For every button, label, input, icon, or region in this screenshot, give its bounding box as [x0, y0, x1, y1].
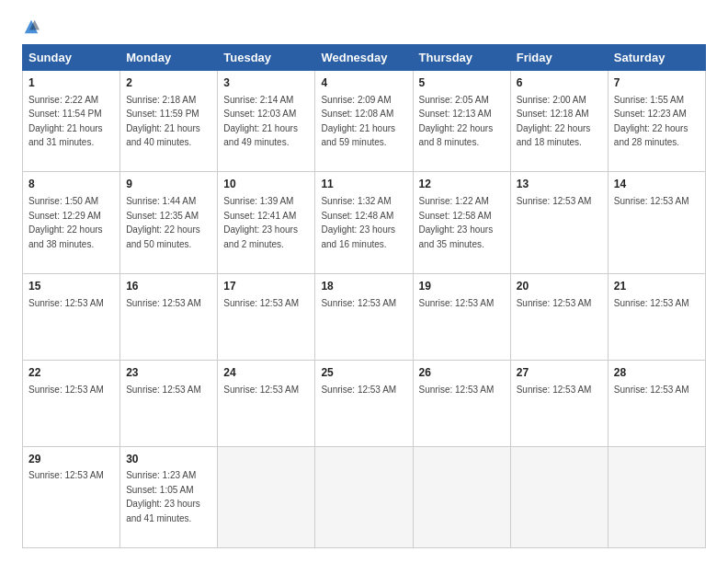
day-info: Sunrise: 1:39 AM Sunset: 12:41 AM Daylig… — [223, 196, 298, 249]
day-info: Sunrise: 12:53 AM — [419, 298, 495, 308]
day-cell: 12Sunrise: 1:22 AM Sunset: 12:58 AM Dayl… — [413, 172, 510, 273]
day-cell: 21Sunrise: 12:53 AM — [608, 273, 705, 360]
day-info: Sunrise: 12:53 AM — [321, 298, 396, 308]
day-number: 21 — [614, 279, 700, 294]
day-cell: 30Sunrise: 1:23 AM Sunset: 1:05 AM Dayli… — [120, 446, 218, 547]
day-number: 27 — [517, 365, 602, 381]
day-cell: 20Sunrise: 12:53 AM — [510, 273, 608, 360]
day-info: Sunrise: 12:53 AM — [223, 385, 299, 395]
day-number: 3 — [223, 75, 309, 91]
day-number: 29 — [28, 452, 114, 467]
day-cell: 4Sunrise: 2:09 AM Sunset: 12:08 AM Dayli… — [315, 71, 413, 172]
calendar: SundayMondayTuesdayWednesdayThursdayFrid… — [22, 44, 706, 548]
page: SundayMondayTuesdayWednesdayThursdayFrid… — [0, 0, 728, 563]
logo-line1 — [22, 18, 40, 35]
logo — [22, 18, 40, 35]
day-cell: 6Sunrise: 2:00 AM Sunset: 12:18 AM Dayli… — [510, 71, 608, 172]
weekday-header-friday: Friday — [510, 45, 608, 71]
day-cell — [315, 446, 413, 547]
day-number: 18 — [321, 279, 406, 294]
week-row-1: 1Sunrise: 2:22 AM Sunset: 11:54 PM Dayli… — [23, 71, 706, 172]
day-info: Sunrise: 1:22 AM Sunset: 12:58 AM Daylig… — [419, 196, 494, 249]
day-info: Sunrise: 12:53 AM — [517, 298, 592, 308]
day-number: 4 — [321, 75, 406, 91]
day-number: 22 — [28, 365, 114, 381]
day-cell: 17Sunrise: 12:53 AM — [218, 273, 315, 360]
day-info: Sunrise: 12:53 AM — [614, 298, 689, 308]
day-number: 1 — [28, 75, 114, 91]
day-info: Sunrise: 2:22 AM Sunset: 11:54 PM Daylig… — [28, 95, 103, 148]
day-number: 26 — [419, 365, 505, 381]
day-cell: 10Sunrise: 1:39 AM Sunset: 12:41 AM Dayl… — [218, 172, 315, 273]
day-info: Sunrise: 1:44 AM Sunset: 12:35 AM Daylig… — [126, 196, 200, 249]
day-number: 11 — [321, 177, 406, 192]
day-number: 17 — [223, 279, 309, 294]
day-info: Sunrise: 12:53 AM — [126, 298, 201, 308]
day-number: 10 — [223, 177, 309, 192]
day-number: 2 — [126, 75, 211, 91]
day-info: Sunrise: 2:18 AM Sunset: 11:59 PM Daylig… — [126, 95, 200, 148]
day-number: 15 — [28, 279, 114, 294]
day-cell: 24Sunrise: 12:53 AM — [218, 360, 315, 446]
day-cell — [413, 446, 510, 547]
day-number: 16 — [126, 279, 211, 294]
day-number: 13 — [517, 177, 602, 192]
day-number: 28 — [614, 365, 700, 381]
week-row-5: 29Sunrise: 12:53 AM30Sunrise: 1:23 AM Su… — [23, 446, 706, 547]
day-info: Sunrise: 2:14 AM Sunset: 12:03 AM Daylig… — [223, 95, 298, 148]
day-info: Sunrise: 12:53 AM — [28, 385, 104, 395]
day-info: Sunrise: 1:32 AM Sunset: 12:48 AM Daylig… — [321, 196, 395, 249]
day-info: Sunrise: 1:23 AM Sunset: 1:05 AM Dayligh… — [126, 470, 200, 523]
day-number: 19 — [419, 279, 505, 294]
day-info: Sunrise: 12:53 AM — [614, 196, 689, 206]
day-info: Sunrise: 12:53 AM — [614, 385, 689, 395]
day-number: 14 — [614, 177, 700, 192]
week-row-2: 8Sunrise: 1:50 AM Sunset: 12:29 AM Dayli… — [23, 172, 706, 273]
day-cell: 22Sunrise: 12:53 AM — [23, 360, 120, 446]
day-cell: 25Sunrise: 12:53 AM — [315, 360, 413, 446]
day-number: 24 — [223, 365, 309, 381]
weekday-header-tuesday: Tuesday — [218, 45, 315, 71]
day-cell: 29Sunrise: 12:53 AM — [23, 446, 120, 547]
day-info: Sunrise: 12:53 AM — [28, 298, 104, 308]
day-number: 23 — [126, 365, 211, 381]
weekday-header-thursday: Thursday — [413, 45, 510, 71]
day-cell: 3Sunrise: 2:14 AM Sunset: 12:03 AM Dayli… — [218, 71, 315, 172]
day-info: Sunrise: 12:53 AM — [126, 385, 201, 395]
day-info: Sunrise: 12:53 AM — [517, 196, 592, 206]
day-cell: 19Sunrise: 12:53 AM — [413, 273, 510, 360]
day-cell: 28Sunrise: 12:53 AM — [608, 360, 705, 446]
header-row — [22, 18, 706, 35]
day-cell — [510, 446, 608, 547]
day-cell: 8Sunrise: 1:50 AM Sunset: 12:29 AM Dayli… — [23, 172, 120, 273]
day-cell: 27Sunrise: 12:53 AM — [510, 360, 608, 446]
day-cell: 5Sunrise: 2:05 AM Sunset: 12:13 AM Dayli… — [413, 71, 510, 172]
day-info: Sunrise: 1:55 AM Sunset: 12:23 AM Daylig… — [614, 95, 688, 148]
day-cell: 2Sunrise: 2:18 AM Sunset: 11:59 PM Dayli… — [120, 71, 218, 172]
day-cell: 23Sunrise: 12:53 AM — [120, 360, 218, 446]
weekday-header-row: SundayMondayTuesdayWednesdayThursdayFrid… — [23, 45, 706, 71]
day-info: Sunrise: 12:53 AM — [223, 298, 299, 308]
day-number: 6 — [517, 75, 602, 91]
week-row-3: 15Sunrise: 12:53 AM16Sunrise: 12:53 AM17… — [23, 273, 706, 360]
day-cell: 15Sunrise: 12:53 AM — [23, 273, 120, 360]
day-number: 9 — [126, 177, 211, 192]
day-info: Sunrise: 1:50 AM Sunset: 12:29 AM Daylig… — [28, 196, 103, 249]
day-number: 8 — [28, 177, 114, 192]
day-cell: 1Sunrise: 2:22 AM Sunset: 11:54 PM Dayli… — [23, 71, 120, 172]
day-cell — [218, 446, 315, 547]
week-row-4: 22Sunrise: 12:53 AM23Sunrise: 12:53 AM24… — [23, 360, 706, 446]
day-info: Sunrise: 12:53 AM — [28, 470, 104, 480]
weekday-header-wednesday: Wednesday — [315, 45, 413, 71]
logo-icon — [23, 18, 40, 35]
day-number: 30 — [126, 452, 211, 467]
weekday-header-saturday: Saturday — [608, 45, 705, 71]
day-number: 5 — [419, 75, 505, 91]
day-number: 25 — [321, 365, 406, 381]
day-cell: 14Sunrise: 12:53 AM — [608, 172, 705, 273]
day-cell: 7Sunrise: 1:55 AM Sunset: 12:23 AM Dayli… — [608, 71, 705, 172]
day-info: Sunrise: 12:53 AM — [419, 385, 495, 395]
day-info: Sunrise: 12:53 AM — [321, 385, 396, 395]
day-cell: 9Sunrise: 1:44 AM Sunset: 12:35 AM Dayli… — [120, 172, 218, 273]
day-cell: 18Sunrise: 12:53 AM — [315, 273, 413, 360]
